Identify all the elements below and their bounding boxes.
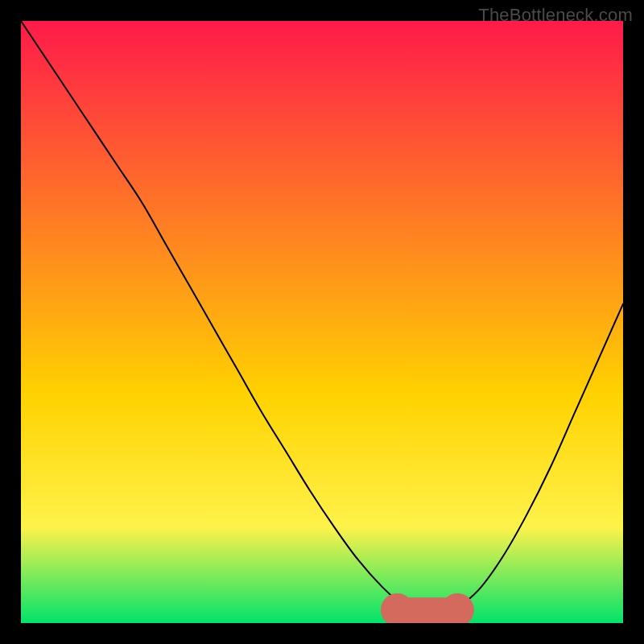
bottleneck-plot bbox=[21, 21, 623, 623]
chart-frame: TheBottleneck.com bbox=[0, 0, 644, 644]
heat-gradient-background bbox=[21, 21, 623, 623]
plot-svg bbox=[21, 21, 623, 623]
optimal-range-marker bbox=[398, 610, 458, 614]
watermark-text: TheBottleneck.com bbox=[478, 5, 633, 26]
